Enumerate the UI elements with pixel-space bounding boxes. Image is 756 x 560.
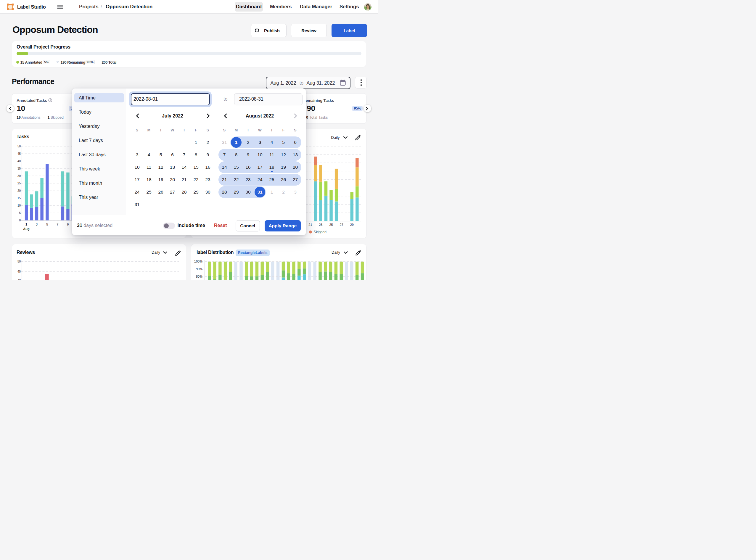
svg-text:27: 27 <box>340 223 343 226</box>
svg-text:5: 5 <box>19 211 21 215</box>
svg-text:20: 20 <box>18 189 21 193</box>
svg-text:35: 35 <box>18 167 21 170</box>
svg-text:Skipped: Skipped <box>314 230 326 234</box>
svg-text:45: 45 <box>18 270 21 273</box>
svg-text:Aug: Aug <box>23 227 29 231</box>
svg-text:40: 40 <box>18 160 21 163</box>
svg-text:29: 29 <box>350 223 354 226</box>
svg-text:45: 45 <box>18 152 21 155</box>
svg-text:5: 5 <box>46 223 48 226</box>
svg-text:90%: 90% <box>196 267 202 271</box>
svg-text:40: 40 <box>18 279 21 280</box>
svg-text:15: 15 <box>18 197 21 200</box>
svg-text:7: 7 <box>57 223 58 226</box>
svg-text:50: 50 <box>18 145 21 148</box>
svg-text:25: 25 <box>18 182 21 185</box>
svg-text:25: 25 <box>329 223 333 226</box>
svg-text:3: 3 <box>36 223 38 226</box>
svg-text:21: 21 <box>309 223 312 226</box>
svg-text:80%: 80% <box>196 275 202 278</box>
svg-text:23: 23 <box>319 223 322 226</box>
svg-text:10: 10 <box>18 204 21 207</box>
svg-text:1: 1 <box>25 223 27 226</box>
svg-text:9: 9 <box>67 223 69 226</box>
svg-text:100%: 100% <box>194 260 202 263</box>
svg-text:50: 50 <box>18 260 21 263</box>
svg-text:0: 0 <box>19 219 21 222</box>
svg-text:30: 30 <box>18 174 21 178</box>
